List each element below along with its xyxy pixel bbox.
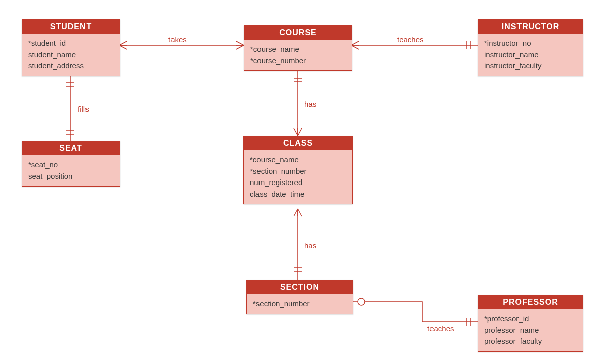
rel-teaches-label: teaches bbox=[397, 35, 424, 44]
entity-instructor-body: *instructor_no instructor_name instructo… bbox=[478, 34, 583, 76]
attr: professor_name bbox=[484, 325, 577, 336]
svg-line-4 bbox=[236, 41, 244, 45]
rel-teaches2-label: teaches bbox=[427, 324, 454, 333]
entity-course-title: COURSE bbox=[244, 26, 352, 40]
attr: student_address bbox=[28, 60, 114, 72]
attr: *section_number bbox=[253, 298, 347, 310]
attr: *course_name bbox=[250, 44, 346, 55]
rel-takes-label: takes bbox=[168, 35, 187, 44]
attr: num_registered bbox=[250, 177, 346, 189]
entity-course-body: *course_name *course_number bbox=[244, 40, 352, 70]
entity-class-title: CLASS bbox=[244, 136, 352, 150]
er-diagram-canvas: takes teaches fills has has teaches STUD… bbox=[0, 0, 604, 364]
svg-line-9 bbox=[351, 45, 359, 49]
entity-seat: SEAT *seat_no seat_position bbox=[22, 141, 120, 187]
entity-professor-title: PROFESSOR bbox=[478, 295, 583, 309]
attr: *course_number bbox=[250, 55, 346, 67]
entity-student: STUDENT *student_id student_name student… bbox=[22, 19, 120, 76]
rel-has2-label: has bbox=[304, 241, 316, 250]
svg-line-5 bbox=[236, 45, 244, 49]
entity-course: COURSE *course_name *course_number bbox=[244, 25, 352, 71]
entity-section-body: *section_number bbox=[247, 294, 353, 314]
rel-fills-label: fills bbox=[78, 105, 89, 113]
svg-line-22 bbox=[298, 128, 302, 136]
svg-line-26 bbox=[298, 209, 302, 216]
svg-line-21 bbox=[294, 128, 298, 136]
svg-line-25 bbox=[294, 209, 298, 216]
attr: *seat_no bbox=[28, 159, 114, 171]
entity-instructor: INSTRUCTOR *instructor_no instructor_nam… bbox=[478, 19, 583, 76]
rel-has1-label: has bbox=[304, 100, 316, 108]
svg-line-2 bbox=[119, 45, 127, 49]
attr: *section_number bbox=[250, 166, 346, 177]
entity-class: CLASS *course_name *section_number num_r… bbox=[243, 136, 353, 204]
entity-instructor-title: INSTRUCTOR bbox=[478, 20, 583, 34]
entity-seat-title: SEAT bbox=[22, 141, 120, 155]
entity-section: SECTION *section_number bbox=[246, 280, 353, 314]
attr: *student_id bbox=[28, 38, 114, 49]
attr: *course_name bbox=[250, 154, 346, 166]
entity-student-body: *student_id student_name student_address bbox=[22, 34, 120, 76]
svg-point-30 bbox=[358, 298, 365, 305]
svg-line-8 bbox=[351, 41, 359, 45]
attr: seat_position bbox=[28, 171, 114, 183]
entity-seat-body: *seat_no seat_position bbox=[22, 155, 120, 186]
svg-line-1 bbox=[119, 41, 127, 45]
entity-professor-body: *professor_id professor_name professor_f… bbox=[478, 309, 583, 351]
entity-student-title: STUDENT bbox=[22, 20, 120, 34]
entity-professor: PROFESSOR *professor_id professor_name p… bbox=[478, 295, 583, 352]
attr: *instructor_no bbox=[484, 38, 577, 49]
attr: *professor_id bbox=[484, 313, 577, 325]
entity-section-title: SECTION bbox=[247, 280, 353, 294]
entity-class-body: *course_name *section_number num_registe… bbox=[244, 150, 352, 204]
attr: student_name bbox=[28, 49, 114, 61]
attr: instructor_faculty bbox=[484, 60, 577, 72]
attr: professor_faculty bbox=[484, 336, 577, 347]
attr: instructor_name bbox=[484, 49, 577, 61]
attr: class_date_time bbox=[250, 189, 346, 200]
